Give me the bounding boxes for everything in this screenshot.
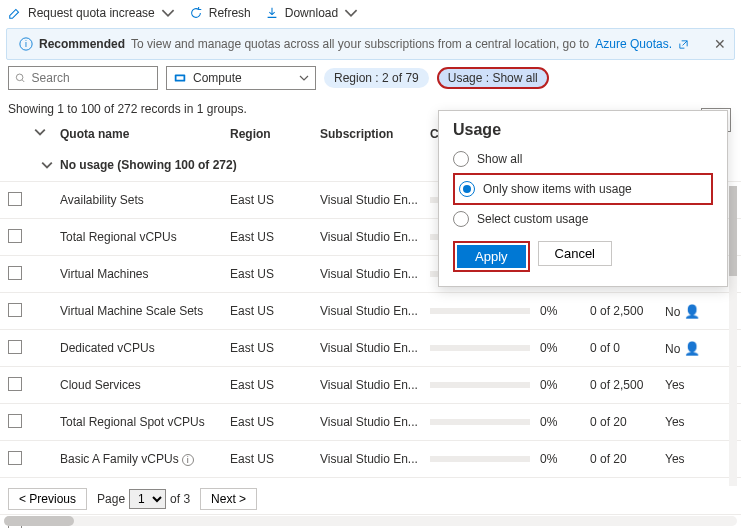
radio-selected-icon [459,181,475,197]
quota-name-cell: Dedicated vCPUs [60,341,230,355]
toolbar: Request quota increase Refresh Download [0,0,741,26]
row-checkbox[interactable] [8,377,22,391]
region-cell: East US [230,304,320,318]
next-button[interactable]: Next > [200,488,257,510]
subscription-cell: Visual Studio En... [320,341,430,355]
usage-pct-cell: 0% [540,415,590,429]
subscription-cell: Visual Studio En... [320,230,430,244]
col-subscription[interactable]: Subscription [320,127,430,141]
usage-pct-cell: 0% [540,378,590,392]
region-cell: East US [230,193,320,207]
table-row[interactable]: Dedicated vCPUsEast USVisual Studio En..… [0,330,741,367]
page-select[interactable]: 1 [129,489,166,509]
col-region[interactable]: Region [230,127,320,141]
vertical-scrollbar[interactable] [729,186,737,486]
refresh-label: Refresh [209,6,251,20]
request-quota-button[interactable]: Request quota increase [8,6,175,20]
popup-title: Usage [453,121,713,139]
quota-cell: 0 of 20 [590,452,665,466]
subscription-cell: Visual Studio En... [320,267,430,281]
subscription-cell: Visual Studio En... [320,452,430,466]
apply-button[interactable]: Apply [457,245,526,268]
chevron-down-icon[interactable] [34,126,46,138]
row-checkbox[interactable] [8,192,22,206]
region-cell: East US [230,415,320,429]
previous-button[interactable]: < Previous [8,488,87,510]
quota-name-cell: Total Regional Spot vCPUs [60,415,230,429]
horizontal-scrollbar[interactable] [4,516,737,526]
usage-pct-cell: 0% [540,341,590,355]
quota-cell: 0 of 0 [590,341,665,355]
option-label: Show all [477,152,522,166]
info-icon: i [182,454,194,466]
quota-cell: 0 of 2,500 [590,304,665,318]
cancel-button[interactable]: Cancel [538,241,612,266]
usage-bar-cell [430,308,540,314]
subscription-cell: Visual Studio En... [320,193,430,207]
option-only-with-usage[interactable]: Only show items with usage [459,177,707,201]
subscription-cell: Visual Studio En... [320,304,430,318]
table-row[interactable]: Cloud ServicesEast USVisual Studio En...… [0,367,741,404]
filters-row: Compute Region : 2 of 79 Usage : Show al… [0,62,741,94]
adjustable-cell: No👤 [665,341,705,356]
quota-cell: 0 of 20 [590,415,665,429]
chevron-down-icon [161,6,175,20]
subscription-cell: Visual Studio En... [320,378,430,392]
row-checkbox[interactable] [8,414,22,428]
table-row[interactable]: Total Regional Spot vCPUsEast USVisual S… [0,404,741,441]
search-input[interactable] [32,71,151,85]
page-of-label: of 3 [170,492,190,506]
quota-name-cell: Virtual Machine Scale Sets [60,304,230,318]
pencil-icon [8,6,22,20]
table-row[interactable]: Basic A Family vCPUsiEast USVisual Studi… [0,441,741,478]
refresh-icon [189,6,203,20]
radio-icon [453,151,469,167]
subscription-cell: Visual Studio En... [320,415,430,429]
row-checkbox[interactable] [8,303,22,317]
recommended-bar: i Recommended To view and manage quotas … [6,28,735,60]
external-link-icon [678,39,689,50]
quota-name-cell: Availability Sets [60,193,230,207]
download-button[interactable]: Download [265,6,358,20]
region-cell: East US [230,452,320,466]
compute-icon [173,71,187,85]
adjustable-cell: Yes [665,378,705,392]
usage-bar-cell [430,382,540,388]
table-row[interactable]: Virtual Machine Scale SetsEast USVisual … [0,293,741,330]
search-icon [15,72,26,84]
download-icon [265,6,279,20]
svg-rect-4 [177,76,184,80]
paginator: < Previous Page 1 of 3 Next > [0,484,741,514]
col-quota-name[interactable]: Quota name [60,127,230,141]
region-cell: East US [230,230,320,244]
adjustable-cell: Yes [665,452,705,466]
chevron-down-icon [41,159,53,171]
usage-bar-cell [430,419,540,425]
refresh-button[interactable]: Refresh [189,6,251,20]
svg-text:i: i [25,39,27,49]
close-icon[interactable]: ✕ [714,36,726,52]
svg-point-2 [16,74,23,81]
usage-filter-pill[interactable]: Usage : Show all [437,67,549,89]
option-show-all[interactable]: Show all [453,147,713,171]
usage-pct-cell: 0% [540,452,590,466]
row-checkbox[interactable] [8,266,22,280]
usage-pct-cell: 0% [540,304,590,318]
search-box[interactable] [8,66,158,90]
quota-cell: 0 of 2,500 [590,378,665,392]
provider-select[interactable]: Compute [166,66,316,90]
row-checkbox[interactable] [8,451,22,465]
region-cell: East US [230,378,320,392]
azure-quotas-link[interactable]: Azure Quotas. [595,37,672,51]
row-checkbox[interactable] [8,229,22,243]
region-filter-pill[interactable]: Region : 2 of 79 [324,68,429,88]
option-custom-usage[interactable]: Select custom usage [453,207,713,231]
quota-name-cell: Total Regional vCPUs [60,230,230,244]
region-cell: East US [230,341,320,355]
row-checkbox[interactable] [8,340,22,354]
download-label: Download [285,6,338,20]
option-label: Select custom usage [477,212,588,226]
adjustable-cell: No👤 [665,304,705,319]
radio-icon [453,211,469,227]
usage-bar-cell [430,345,540,351]
